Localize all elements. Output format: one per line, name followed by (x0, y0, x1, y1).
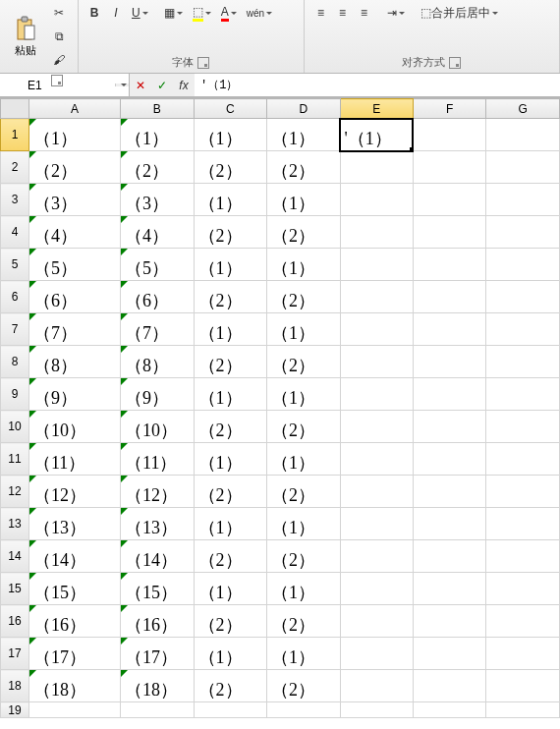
align-right-button[interactable]: ≡ (354, 2, 375, 24)
cell-C16[interactable]: （2） (194, 605, 266, 638)
name-box-dropdown[interactable] (115, 84, 129, 86)
phonetic-button[interactable]: wén (243, 2, 276, 24)
alignment-launcher[interactable] (449, 57, 461, 69)
cell-A8[interactable]: （8） (28, 346, 120, 378)
format-painter-button[interactable]: 🖌 (49, 49, 69, 71)
select-all-corner[interactable] (1, 99, 29, 119)
formula-input[interactable] (195, 74, 560, 96)
row-header-17[interactable]: 17 (1, 638, 29, 670)
cell-C6[interactable]: （2） (194, 281, 266, 313)
cell-A1[interactable]: （1） (28, 119, 120, 151)
cell-G16[interactable] (486, 605, 560, 638)
cell-G3[interactable] (486, 184, 560, 216)
row-header-1[interactable]: 1 (1, 119, 29, 151)
align-left-button[interactable]: ≡ (310, 2, 332, 24)
align-center-button[interactable]: ≡ (332, 2, 354, 24)
cell-F14[interactable] (413, 540, 485, 573)
col-header-D[interactable]: D (267, 99, 340, 119)
cell-E11[interactable] (340, 443, 413, 476)
cell-D5[interactable]: （1） (267, 249, 340, 281)
cell-C18[interactable]: （2） (194, 670, 266, 702)
cell-B6[interactable]: （6） (121, 281, 194, 313)
cell-B7[interactable]: （7） (121, 313, 194, 346)
cell-G2[interactable] (486, 151, 560, 184)
cell-F17[interactable] (413, 638, 485, 670)
cell-G14[interactable] (486, 540, 560, 573)
cell-C14[interactable]: （2） (194, 540, 266, 573)
col-header-C[interactable]: C (194, 99, 266, 119)
row-header-12[interactable]: 12 (1, 476, 29, 508)
cell-A5[interactable]: （5） (28, 249, 120, 281)
col-header-B[interactable]: B (121, 99, 194, 119)
cell-F5[interactable] (413, 249, 485, 281)
copy-button[interactable]: ⧉ (49, 26, 69, 47)
cell-A17[interactable]: （17） (28, 638, 120, 670)
cell-G11[interactable] (486, 443, 560, 476)
worksheet[interactable]: ABCDEFG 1（1）（1）（1）（1）'（1）2（2）（2）（2）（2）3（… (0, 97, 560, 729)
cell-B18[interactable]: （18） (121, 670, 194, 702)
cell-E5[interactable] (340, 249, 413, 281)
cell-C19[interactable] (194, 702, 266, 718)
cell-F7[interactable] (413, 313, 485, 346)
cell-F19[interactable] (413, 702, 485, 718)
cell-F12[interactable] (413, 476, 485, 508)
cell-F3[interactable] (413, 184, 485, 216)
cell-D7[interactable]: （1） (267, 313, 340, 346)
cell-A12[interactable]: （12） (28, 476, 120, 508)
cell-B13[interactable]: （13） (121, 508, 194, 540)
cell-F2[interactable] (413, 151, 485, 184)
cell-G17[interactable] (486, 638, 560, 670)
cell-D18[interactable]: （2） (267, 670, 340, 702)
cell-E8[interactable] (340, 346, 413, 378)
cell-E17[interactable] (340, 638, 413, 670)
cell-G6[interactable] (486, 281, 560, 313)
cell-D8[interactable]: （2） (267, 346, 340, 378)
cell-B17[interactable]: （17） (121, 638, 194, 670)
cell-B3[interactable]: （3） (121, 184, 194, 216)
cell-A6[interactable]: （6） (28, 281, 120, 313)
cell-B16[interactable]: （16） (121, 605, 194, 638)
cell-F10[interactable] (413, 411, 485, 443)
cell-G7[interactable] (486, 313, 560, 346)
row-header-15[interactable]: 15 (1, 573, 29, 605)
cell-E7[interactable] (340, 313, 413, 346)
cell-D13[interactable]: （1） (267, 508, 340, 540)
cell-D10[interactable]: （2） (267, 411, 340, 443)
cell-A7[interactable]: （7） (28, 313, 120, 346)
cell-A18[interactable]: （18） (28, 670, 120, 702)
cell-G1[interactable] (486, 119, 560, 151)
paste-button[interactable]: 粘贴 (6, 13, 45, 60)
cell-A10[interactable]: （10） (28, 411, 120, 443)
cell-G15[interactable] (486, 573, 560, 605)
cell-A14[interactable]: （14） (28, 540, 120, 573)
cell-B5[interactable]: （5） (121, 249, 194, 281)
cell-C15[interactable]: （1） (194, 573, 266, 605)
cell-F11[interactable] (413, 443, 485, 476)
cell-D16[interactable]: （2） (267, 605, 340, 638)
row-header-14[interactable]: 14 (1, 540, 29, 573)
cell-E2[interactable] (340, 151, 413, 184)
cell-D2[interactable]: （2） (267, 151, 340, 184)
row-header-18[interactable]: 18 (1, 670, 29, 702)
cancel-edit-button[interactable]: ✕ (130, 75, 151, 96)
cell-F4[interactable] (413, 216, 485, 249)
cell-C5[interactable]: （1） (194, 249, 266, 281)
cell-D19[interactable] (267, 702, 340, 718)
cell-E12[interactable] (340, 476, 413, 508)
cell-C1[interactable]: （1） (194, 119, 266, 151)
col-header-F[interactable]: F (413, 99, 485, 119)
cell-C11[interactable]: （1） (194, 443, 266, 476)
cell-C3[interactable]: （1） (194, 184, 266, 216)
row-header-16[interactable]: 16 (1, 605, 29, 638)
cell-D11[interactable]: （1） (267, 443, 340, 476)
col-header-A[interactable]: A (28, 99, 120, 119)
cell-G18[interactable] (486, 670, 560, 702)
row-header-4[interactable]: 4 (1, 216, 29, 249)
cell-D12[interactable]: （2） (267, 476, 340, 508)
col-header-E[interactable]: E (340, 99, 413, 119)
cell-A16[interactable]: （16） (28, 605, 120, 638)
cell-C10[interactable]: （2） (194, 411, 266, 443)
cell-A11[interactable]: （11） (28, 443, 120, 476)
cell-D15[interactable]: （1） (267, 573, 340, 605)
cell-A15[interactable]: （15） (28, 573, 120, 605)
